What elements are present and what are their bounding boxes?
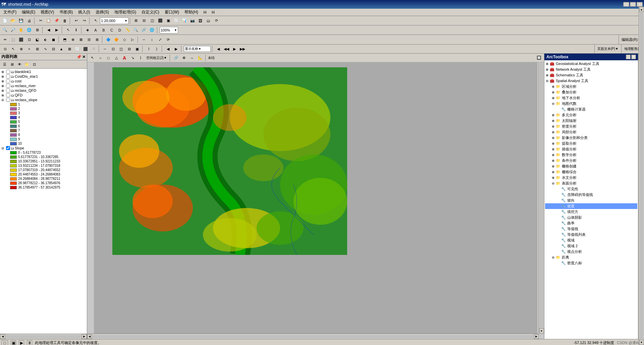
edit-vertices-button[interactable]: ◈ xyxy=(84,26,91,34)
extra-btn-14[interactable]: ⊡ xyxy=(109,45,117,53)
source-btn[interactable]: 📁 xyxy=(23,61,30,68)
tree-fill[interactable]: 🔧 填挖方 xyxy=(545,209,637,215)
extra-btn-18[interactable]: ⌇ xyxy=(145,45,152,53)
toolbox-close-btn[interactable]: ✕ xyxy=(631,55,636,59)
expand-schematics[interactable]: ⊕ xyxy=(546,73,550,77)
identify-button[interactable]: ℹ xyxy=(72,26,80,34)
edit-btn-2[interactable]: ⬚ xyxy=(9,36,17,43)
draw-btn-3[interactable]: □ xyxy=(105,54,112,62)
maximize-button[interactable]: □ xyxy=(630,2,636,7)
expand-costdis[interactable]: ⊕ xyxy=(1,75,5,78)
extra-btn-21[interactable]: ▶ xyxy=(172,45,180,53)
zoom-container[interactable]: 100% ▼ xyxy=(160,27,178,33)
tree-distance[interactable]: ⊖ 📁 距离 xyxy=(545,255,637,260)
close-button[interactable]: ✕ xyxy=(637,2,643,7)
map-area[interactable]: ↖ ○ □ △ A ↘ ⟩ 空间校正(J)▼ 🔗 ⊕ ↔ 📐 未结 🔲 xyxy=(87,54,544,339)
tree-segment[interactable]: ⊕ 📁 影像分割和分类 xyxy=(545,135,637,141)
tool9[interactable]: ▣ xyxy=(165,17,172,24)
tool-b[interactable]: B xyxy=(100,26,107,34)
tool-a[interactable]: A xyxy=(92,26,99,34)
tree-overlay[interactable]: ⊕ 📁 叠加分析 xyxy=(545,89,637,95)
globe-button[interactable]: 🌐 xyxy=(25,26,33,34)
edit-btn-4[interactable]: ⊡ xyxy=(25,36,33,43)
expand-surface[interactable]: ⊖ xyxy=(552,182,556,185)
scroll-left-btn[interactable]: ◀ xyxy=(0,334,5,339)
check-reclass-qfd[interactable] xyxy=(6,88,10,92)
menu-file[interactable]: 文件(F) xyxy=(1,9,19,16)
map-scroll-left-btn[interactable]: ◀ xyxy=(87,334,92,339)
extra-btn-23[interactable]: ◀◀ xyxy=(223,45,230,53)
print-button[interactable]: 🖨 xyxy=(25,17,33,24)
spatial-correction[interactable]: 空间校正(J)▼ xyxy=(145,56,168,60)
extra-btn-7[interactable]: ⊟ xyxy=(50,45,57,53)
menu-insert[interactable]: 插入(I) xyxy=(75,9,93,16)
menu-select[interactable]: 选择(S) xyxy=(93,9,112,16)
tree-zone[interactable]: ⊕ 📁 区域分析 xyxy=(545,84,637,89)
find-button[interactable]: 🔍 xyxy=(132,26,140,34)
extra-btn-1[interactable]: ⊙ xyxy=(1,45,9,53)
extra-btn-19[interactable]: ⟩ xyxy=(153,45,160,53)
expand-geostatistical[interactable]: ⊕ xyxy=(546,62,550,66)
check-qfd[interactable] xyxy=(6,93,10,97)
zoom-out-button[interactable]: 🔎 xyxy=(9,26,17,34)
check-reclass-river[interactable] xyxy=(6,84,10,88)
expand-density[interactable]: ⊕ xyxy=(552,125,556,128)
menu-custom[interactable]: 自定义(C) xyxy=(139,9,162,16)
map-scroll-right-btn[interactable]: ▶ xyxy=(534,334,539,339)
tool7[interactable]: ◫ xyxy=(149,17,156,24)
layer-item-qfd[interactable]: ⊕ 🗂 QFD xyxy=(1,93,86,97)
extra-btn-4[interactable]: + xyxy=(25,45,33,53)
extra-btn-20[interactable]: ◀ xyxy=(164,45,172,53)
draw-extra-4[interactable]: 📐 xyxy=(197,54,204,62)
extra-btn-25[interactable]: ▶▶ xyxy=(239,45,246,53)
toolbox-restore-btn[interactable]: □ xyxy=(626,55,631,59)
extra-btn-10[interactable]: ⬜ xyxy=(74,45,81,53)
expand-interpolate[interactable]: ⊕ xyxy=(552,147,556,151)
tool-c[interactable]: C xyxy=(108,26,115,34)
check-costdis[interactable] xyxy=(6,74,10,78)
draw-btn-5[interactable]: A xyxy=(121,54,128,62)
edit-btn-11[interactable]: ⊟ xyxy=(85,36,93,43)
expand-multi[interactable]: ⊕ xyxy=(552,113,556,117)
list-mode-btn[interactable]: ☰ xyxy=(1,61,8,68)
extra-btn-13[interactable]: ↔ xyxy=(101,45,109,53)
zoom-in-button[interactable]: 🔍 xyxy=(1,26,9,34)
hyperlink-button[interactable]: 🔗 xyxy=(140,26,148,34)
expand-slope[interactable]: ⊖ xyxy=(1,146,5,150)
expand-qfd[interactable]: ⊕ xyxy=(1,93,5,97)
draw-extra-2[interactable]: ⊕ xyxy=(180,54,188,62)
tree-local[interactable]: ⊕ 📁 局部分析 xyxy=(545,129,637,135)
scale-container[interactable]: 1:20,000 ▼ xyxy=(100,17,128,24)
display-name-dropdown[interactable]: 显示名称 ▼ xyxy=(184,46,211,52)
tree-raster-create[interactable]: ⊕ 📁 栅格创建 xyxy=(545,163,637,169)
extra-btn-3[interactable]: ⊕ xyxy=(17,45,25,53)
tree-density-8[interactable]: 🔧 密度八标 xyxy=(545,260,637,266)
open-button[interactable]: 📂 xyxy=(9,17,17,24)
map-scrollbar-v[interactable]: ▲ ▼ xyxy=(539,54,544,334)
expand-hydro[interactable]: ⊕ xyxy=(552,176,556,180)
edit-btn-16[interactable]: ▷ xyxy=(129,36,136,43)
tree-viewshed[interactable]: 🔧 视域 xyxy=(545,237,637,243)
redo-button[interactable]: ↪ xyxy=(80,17,88,24)
check-blanklink1[interactable] xyxy=(6,70,10,74)
map-indicator-3[interactable]: ▶ xyxy=(19,340,24,345)
tree-barrier-contour[interactable]: 🔧 含障碍的等值线 xyxy=(545,192,637,198)
tree-visibility[interactable]: 🔧 可见性 xyxy=(545,186,637,192)
check-cost[interactable] xyxy=(6,79,10,83)
tree-geostatistical[interactable]: ⊕ 🧰 Geostatistical Analyst 工具 xyxy=(545,61,637,67)
edit-btn-18[interactable]: ↕ xyxy=(148,36,156,43)
tool10[interactable]: ⬜ xyxy=(173,17,180,24)
check-slope[interactable] xyxy=(6,146,10,150)
expand-groundwater[interactable]: ⊕ xyxy=(552,96,556,100)
draw-btn-right[interactable]: 🔲 xyxy=(535,54,543,62)
edit-btn-9[interactable]: ⊕ xyxy=(69,36,76,43)
pan-button[interactable]: ✋ xyxy=(17,26,25,34)
map-indicator-1[interactable]: □ xyxy=(1,340,8,345)
check-reclass-slope[interactable] xyxy=(6,98,10,102)
extra-btn-12[interactable]: ∷ xyxy=(90,45,97,53)
map-scroll-down-btn[interactable]: ▼ xyxy=(539,328,544,334)
tree-density[interactable]: ⊕ 📁 密度分析 xyxy=(545,124,637,129)
expand-raster-create[interactable]: ⊕ xyxy=(552,164,556,168)
extra-btn-15[interactable]: ◫ xyxy=(117,45,125,53)
edit-btn-15[interactable]: ◇ xyxy=(121,36,128,43)
